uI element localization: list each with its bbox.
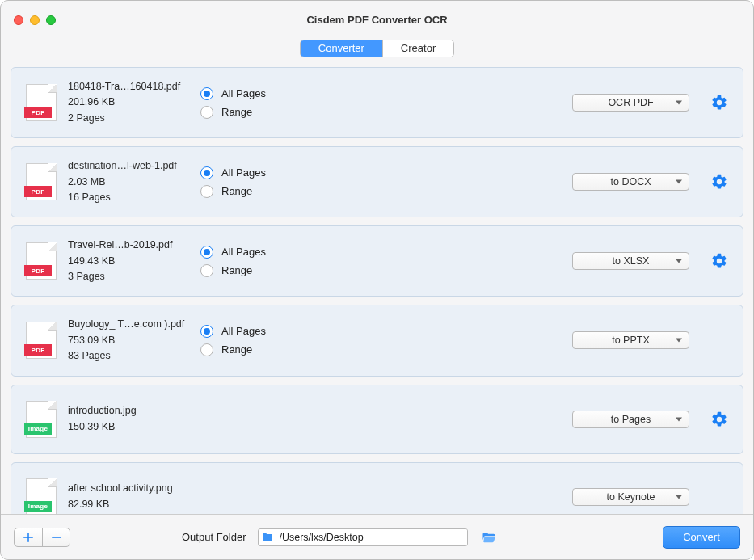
file-name: destination…l-web-1.pdf: [68, 158, 189, 174]
file-row[interactable]: PDFTravel-Rei…b-2019.pdf149.43 KB3 Pages…: [11, 225, 743, 297]
add-file-button[interactable]: [15, 528, 42, 546]
close-window-button[interactable]: [14, 15, 23, 25]
gear-icon: [710, 179, 728, 193]
file-pages: 2 Pages: [68, 111, 189, 126]
file-thumbnail: PDF: [26, 322, 57, 359]
output-format-select[interactable]: OCR PDF: [572, 94, 689, 112]
minimize-window-button[interactable]: [30, 15, 40, 25]
file-row[interactable]: Imageafter school activity.png82.99 KBto…: [11, 462, 743, 515]
browse-folder-button[interactable]: [479, 528, 499, 547]
radio-label: Range: [221, 185, 252, 197]
radio-label: All Pages: [221, 325, 266, 337]
settings-button[interactable]: [710, 173, 728, 191]
file-info: Buyology_ T…e.com ).pdf753.09 KB83 Pages: [68, 317, 189, 364]
file-type-badge: PDF: [24, 186, 52, 197]
file-info: after school activity.png82.99 KB: [68, 481, 189, 512]
file-size: 149.43 KB: [68, 254, 189, 269]
file-pages: 83 Pages: [68, 348, 189, 364]
format-label: to Pages: [611, 414, 651, 425]
file-thumbnail: PDF: [26, 163, 57, 200]
file-size: 82.99 KB: [68, 497, 189, 512]
format-label: to DOCX: [610, 176, 651, 187]
file-row[interactable]: PDFBuyology_ T…e.com ).pdf753.09 KB83 Pa…: [11, 305, 743, 376]
file-thumbnail: Image: [26, 401, 57, 438]
radio-label: All Pages: [221, 166, 266, 179]
file-name: 180418-Tra…160418.pdf: [68, 79, 189, 95]
titlebar: Cisdem PDF Converter OCR: [1, 1, 753, 38]
page-range-group: All PagesRange: [200, 242, 314, 280]
gear-icon: [710, 100, 728, 114]
radio-all-pages[interactable]: All Pages: [200, 322, 314, 340]
format-label: to PPTX: [612, 335, 650, 346]
output-folder-field[interactable]: [258, 528, 468, 546]
page-range-group: All PagesRange: [200, 163, 314, 200]
output-format-select[interactable]: to Keynote: [572, 488, 689, 506]
convert-button[interactable]: Convert: [663, 526, 740, 549]
file-size: 150.39 KB: [68, 419, 189, 435]
file-info: introduction.jpg150.39 KB: [68, 403, 189, 435]
page-range-group: All PagesRange: [200, 84, 314, 121]
output-format-select[interactable]: to XLSX: [572, 252, 689, 270]
file-type-badge: Image: [24, 423, 52, 435]
remove-file-button[interactable]: [42, 528, 70, 546]
window-title: Cisdem PDF Converter OCR: [306, 14, 447, 26]
minus-icon: [49, 530, 64, 545]
file-pages: 16 Pages: [68, 190, 189, 205]
mode-tabbar: Converter Creator: [1, 38, 753, 67]
radio-range[interactable]: Range: [200, 261, 314, 280]
radio-indicator: [200, 264, 213, 277]
radio-indicator: [200, 325, 213, 338]
radio-all-pages[interactable]: All Pages: [200, 84, 314, 103]
output-format-select[interactable]: to Pages: [572, 411, 689, 428]
file-row[interactable]: PDFdestination…l-web-1.pdf2.03 MB16 Page…: [11, 146, 743, 217]
radio-label: Range: [221, 264, 252, 276]
settings-button[interactable]: [710, 94, 728, 112]
radio-range[interactable]: Range: [200, 182, 314, 200]
output-folder-input[interactable]: [276, 529, 467, 545]
file-name: Buyology_ T…e.com ).pdf: [68, 317, 189, 332]
output-format-select[interactable]: to DOCX: [572, 173, 689, 191]
radio-range[interactable]: Range: [200, 340, 314, 359]
file-list[interactable]: PDF180418-Tra…160418.pdf201.96 KB2 Pages…: [1, 67, 753, 514]
settings-button[interactable]: [710, 411, 728, 428]
output-folder-label: Output Folder: [182, 531, 246, 543]
traffic-lights: [14, 15, 56, 25]
settings-placeholder: [710, 331, 728, 349]
radio-range[interactable]: Range: [200, 103, 314, 121]
output-format-select[interactable]: to PPTX: [572, 331, 689, 349]
zoom-window-button[interactable]: [46, 15, 56, 25]
radio-label: Range: [221, 343, 252, 356]
radio-label: All Pages: [221, 246, 266, 258]
file-thumbnail: PDF: [26, 84, 57, 121]
app-window: Cisdem PDF Converter OCR Converter Creat…: [0, 0, 754, 560]
radio-all-pages[interactable]: All Pages: [200, 163, 314, 182]
mode-tabs: Converter Creator: [300, 40, 454, 57]
file-name: after school activity.png: [68, 481, 189, 496]
file-size: 2.03 MB: [68, 175, 189, 190]
radio-indicator: [200, 166, 213, 179]
file-type-badge: PDF: [24, 344, 52, 356]
page-range-group: All PagesRange: [200, 322, 314, 359]
settings-button[interactable]: [710, 252, 728, 270]
gear-icon: [710, 417, 728, 431]
folder-icon: [259, 529, 276, 545]
file-type-badge: Image: [24, 501, 52, 512]
file-name: Travel-Rei…b-2019.pdf: [68, 238, 189, 253]
settings-placeholder: [710, 488, 728, 506]
file-type-badge: PDF: [24, 265, 52, 276]
file-row[interactable]: PDF180418-Tra…160418.pdf201.96 KB2 Pages…: [11, 67, 743, 138]
plus-icon: [21, 530, 36, 545]
tab-converter[interactable]: Converter: [301, 40, 382, 57]
file-row[interactable]: Imageintroduction.jpg150.39 KBto Pages: [11, 385, 743, 454]
radio-indicator: [200, 106, 213, 119]
radio-all-pages[interactable]: All Pages: [200, 242, 314, 261]
file-size: 753.09 KB: [68, 333, 189, 348]
file-info: 180418-Tra…160418.pdf201.96 KB2 Pages: [68, 79, 189, 126]
file-thumbnail: Image: [26, 478, 57, 515]
file-thumbnail: PDF: [26, 242, 57, 280]
file-pages: 3 Pages: [68, 269, 189, 284]
radio-indicator: [200, 343, 213, 356]
file-info: Travel-Rei…b-2019.pdf149.43 KB3 Pages: [68, 238, 189, 284]
gear-icon: [710, 259, 728, 272]
tab-creator[interactable]: Creator: [382, 40, 453, 57]
